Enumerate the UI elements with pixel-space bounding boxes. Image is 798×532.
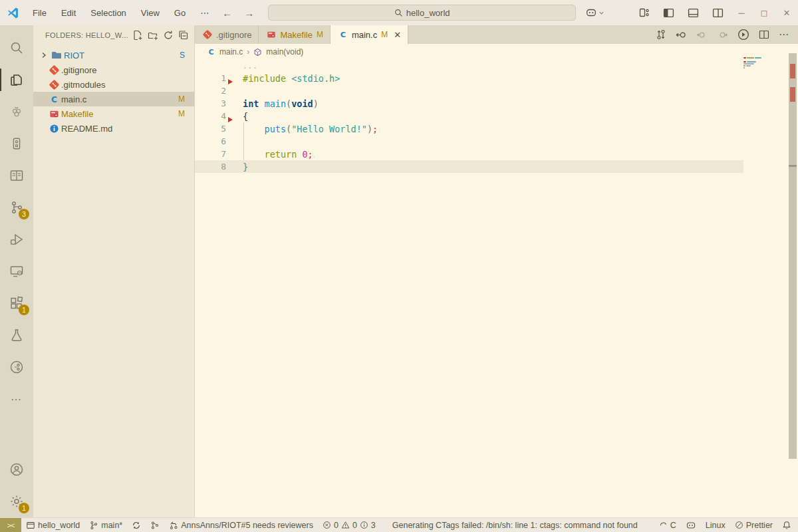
scm-graph-button[interactable] xyxy=(146,518,164,532)
tree-item-gitignore[interactable]: .gitignore xyxy=(33,63,194,77)
previous-change-icon[interactable] xyxy=(676,29,687,41)
copilot-menu[interactable] xyxy=(585,7,604,19)
copilot-icon xyxy=(686,520,696,531)
remote-indicator-button[interactable]: >< xyxy=(0,518,21,532)
toggle-panel-button[interactable] xyxy=(681,7,706,19)
git-file-icon xyxy=(47,65,61,75)
gutter-marker-icon[interactable] xyxy=(228,79,233,84)
activity-testing[interactable] xyxy=(0,319,33,351)
close-button[interactable]: ✕ xyxy=(775,0,798,25)
extensions-badge: 1 xyxy=(19,305,29,315)
workspace-name: hello_world xyxy=(38,521,80,530)
explorer-section-title[interactable]: FOLDERS: HELLO_W... xyxy=(45,31,132,39)
activity-remote-explorer[interactable] xyxy=(0,255,33,287)
nav-back-icon[interactable]: ← xyxy=(216,7,238,19)
refresh-button[interactable] xyxy=(163,30,174,41)
activity-explorer[interactable] xyxy=(0,64,33,96)
code-editor[interactable]: ... 1 #include <stdio.h> 2 3 int main(vo… xyxy=(195,60,798,517)
tree-item-riot[interactable]: RIOT S xyxy=(33,48,194,63)
run-file-icon[interactable] xyxy=(737,29,749,41)
problems-indicator[interactable]: 0 0 3 xyxy=(318,518,380,532)
line-number: 1 xyxy=(195,73,226,83)
svg-text:C: C xyxy=(51,94,57,104)
chevron-right-icon xyxy=(39,52,49,59)
activity-graph-tool[interactable] xyxy=(0,351,33,383)
toggle-sidebar-button[interactable] xyxy=(656,7,681,19)
breadcrumb-file[interactable]: main.c xyxy=(219,47,243,57)
activity-device[interactable] xyxy=(0,128,33,160)
new-folder-button[interactable] xyxy=(148,30,158,41)
change-marker xyxy=(790,64,795,78)
formatter-label: Prettier xyxy=(746,521,773,530)
menu-view[interactable]: View xyxy=(134,8,167,18)
code-line-6: 6 xyxy=(195,135,798,148)
menu-go[interactable]: Go xyxy=(167,8,193,18)
tree-item-readme[interactable]: README.md xyxy=(33,121,194,136)
menu-file[interactable]: File xyxy=(25,8,54,18)
formatter-indicator[interactable]: Prettier xyxy=(730,518,777,532)
makefile-icon xyxy=(267,30,276,39)
activity-more[interactable]: ⋯ xyxy=(0,383,33,415)
copilot-status[interactable] xyxy=(681,518,701,532)
ctags-message[interactable]: Generating CTags failed: /bin/sh: line 1… xyxy=(380,518,642,532)
language-mode-indicator[interactable]: C xyxy=(654,518,681,532)
new-file-button[interactable] xyxy=(132,30,143,41)
collapse-all-button[interactable] xyxy=(178,30,189,41)
os-indicator[interactable]: Linux xyxy=(701,518,730,532)
menu-edit[interactable]: Edit xyxy=(54,8,83,18)
makefile-icon xyxy=(47,109,61,119)
activity-docs[interactable] xyxy=(0,160,33,192)
menu-selection[interactable]: Selection xyxy=(83,8,133,18)
pull-request-label: AnnsAnns/RIOT#5 needs reviewers xyxy=(181,521,313,530)
tab-bar: .gitignore Makefile M C main.c M ✕ xyxy=(195,25,798,44)
status-bar: >< hello_world main* AnnsAnns/RIOT#5 nee… xyxy=(0,517,798,532)
activity-extensions[interactable]: 1 xyxy=(0,287,33,319)
split-editor-icon[interactable] xyxy=(759,29,769,40)
error-icon xyxy=(323,521,331,529)
command-center-search[interactable]: hello_world xyxy=(268,5,576,21)
workspace-indicator[interactable]: hello_world xyxy=(21,518,84,532)
tree-item-gitmodules[interactable]: .gitmodules xyxy=(33,77,194,92)
tab-gitignore[interactable]: .gitignore xyxy=(195,25,259,44)
tab-makefile[interactable]: Makefile M xyxy=(259,25,330,44)
activity-run-debug[interactable] xyxy=(0,223,33,255)
menu-more[interactable]: ⋯ xyxy=(193,8,216,18)
maximize-button[interactable]: ◻ xyxy=(753,0,775,25)
activity-source-control[interactable]: 3 xyxy=(0,192,33,223)
line-number: 5 xyxy=(195,124,226,134)
account-button[interactable] xyxy=(0,454,33,485)
settings-button[interactable]: 1 xyxy=(0,485,33,517)
nav-forward-icon[interactable]: → xyxy=(238,7,260,19)
sync-changes-button[interactable] xyxy=(127,518,146,532)
tree-item-makefile[interactable]: Makefile M xyxy=(33,106,194,121)
prev-marker-icon[interactable] xyxy=(696,29,708,41)
file-name: .gitmodules xyxy=(61,80,105,90)
tab-main-c[interactable]: C main.c M ✕ xyxy=(331,25,408,44)
graph-circle-icon xyxy=(9,359,25,375)
code-line-2: 2 xyxy=(195,84,798,97)
copilot-icon xyxy=(585,7,597,19)
editor-scrollbar[interactable] xyxy=(789,53,797,459)
vscode-window: File Edit Selection View Go ⋯ ← → hello_… xyxy=(0,0,798,532)
gutter-marker-icon[interactable] xyxy=(228,117,233,122)
pull-request-status[interactable]: AnnsAnns/RIOT#5 needs reviewers xyxy=(164,518,318,532)
minimap[interactable] xyxy=(743,57,765,72)
customize-layout-button[interactable] xyxy=(632,7,656,18)
line-number: 3 xyxy=(195,98,226,108)
search-value: hello_world xyxy=(406,8,450,18)
toggle-secondary-sidebar-button[interactable] xyxy=(706,7,730,19)
branch-name: main* xyxy=(101,521,122,530)
breadcrumb-symbol[interactable]: main(void) xyxy=(266,47,303,57)
tree-item-main-c[interactable]: C main.c M xyxy=(33,92,194,106)
notifications-button[interactable] xyxy=(777,518,798,532)
folded-region-indicator[interactable]: ... xyxy=(243,62,258,70)
next-marker-icon[interactable] xyxy=(717,29,728,41)
more-actions-icon[interactable]: ⋯ xyxy=(779,29,789,41)
open-changes-icon[interactable] xyxy=(656,29,666,40)
activity-search[interactable] xyxy=(0,32,33,64)
branch-indicator[interactable]: main* xyxy=(84,518,127,532)
activity-raspberry-pi[interactable] xyxy=(0,96,33,128)
minimize-button[interactable]: ─ xyxy=(730,0,753,25)
tab-close-icon[interactable]: ✕ xyxy=(394,30,401,40)
os-label: Linux xyxy=(706,521,726,530)
